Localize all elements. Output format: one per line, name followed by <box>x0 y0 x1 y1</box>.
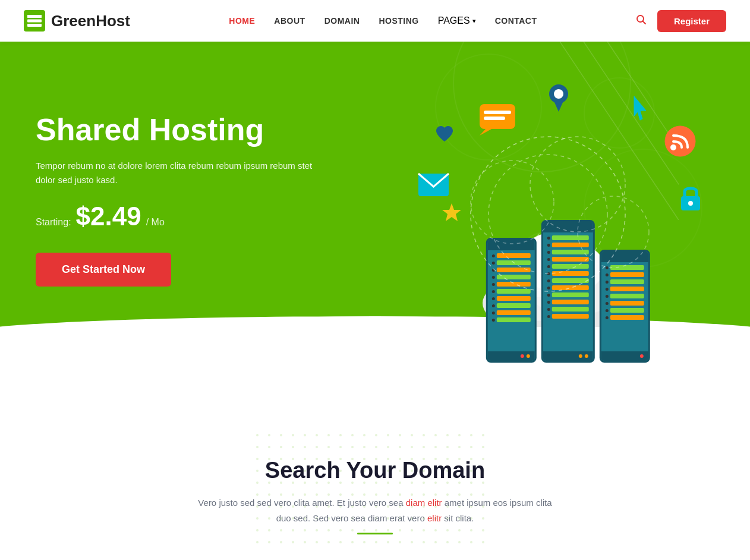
heart-icon <box>435 125 454 145</box>
nav-domain[interactable]: DOMAIN <box>324 16 360 26</box>
chat-bubble-icon <box>477 101 518 139</box>
domain-link-1[interactable]: diam elitr <box>406 498 442 508</box>
svg-rect-2 <box>27 15 42 18</box>
svg-rect-36 <box>256 434 494 553</box>
server-racks <box>486 220 650 363</box>
star-icon <box>441 202 462 225</box>
svg-rect-4 <box>27 24 42 27</box>
nav-home[interactable]: HOME <box>229 16 255 26</box>
hero-description: Tempor rebum no at dolore lorem clita re… <box>36 159 321 187</box>
domain-description: Vero justo sed sed vero clita amet. Et j… <box>197 495 553 526</box>
nav-contact[interactable]: CONTACT <box>495 16 537 26</box>
domain-underline <box>357 533 393 534</box>
server-rack-right <box>600 250 650 363</box>
hero-section: Shared Hosting Tempor rebum no at dolore… <box>0 42 750 410</box>
nav-about[interactable]: ABOUT <box>274 16 305 26</box>
svg-marker-23 <box>554 101 563 112</box>
svg-point-29 <box>688 201 693 206</box>
navbar: GreenHost HOME ABOUT DOMAIN HOSTING PAGE… <box>0 0 750 42</box>
hero-period: / Mo <box>146 217 165 228</box>
logo-link[interactable]: GreenHost <box>24 10 130 32</box>
register-button[interactable]: Register <box>657 10 726 32</box>
hero-illustration <box>405 77 714 375</box>
svg-point-32 <box>530 137 625 232</box>
cursor-icon <box>628 95 655 130</box>
logo-icon <box>24 10 45 32</box>
domain-section: Search Your Domain Vero justo sed sed ve… <box>0 410 750 560</box>
navbar-right: Register <box>636 10 726 32</box>
svg-point-25 <box>665 126 696 157</box>
hero-content: Shared Hosting Tempor rebum no at dolore… <box>36 77 368 287</box>
server-rack-center <box>541 220 595 363</box>
server-rack-left <box>486 238 537 363</box>
domain-title: Search Your Domain <box>24 458 726 483</box>
nav-hosting[interactable]: HOSTING <box>379 16 418 26</box>
svg-rect-19 <box>484 117 505 120</box>
get-started-button[interactable]: Get Started Now <box>36 253 171 287</box>
hero-title: Shared Hosting <box>36 113 368 147</box>
svg-marker-27 <box>442 203 461 221</box>
starting-label: Starting: <box>36 217 71 228</box>
lock-icon <box>679 184 702 214</box>
domain-link-2[interactable]: elitr <box>427 513 442 523</box>
location-pin-icon <box>548 83 569 115</box>
search-icon <box>636 14 647 25</box>
svg-line-6 <box>642 21 645 24</box>
hero-price-row: Starting: $2.49 / Mo <box>36 202 368 231</box>
svg-rect-18 <box>484 111 511 114</box>
nav-pages[interactable]: PAGES ▾ <box>438 15 476 26</box>
envelope-icon <box>417 172 450 200</box>
svg-point-26 <box>670 144 676 150</box>
nav-links: HOME ABOUT DOMAIN HOSTING PAGES ▾ CONTAC… <box>229 15 537 26</box>
svg-rect-3 <box>27 20 42 23</box>
brand-name: GreenHost <box>51 12 130 30</box>
chevron-down-icon: ▾ <box>472 17 476 25</box>
svg-marker-20 <box>480 129 491 136</box>
rss-icon <box>664 125 697 160</box>
svg-point-22 <box>554 89 563 99</box>
dot-grid <box>256 434 494 553</box>
search-button[interactable] <box>636 14 647 28</box>
hero-price: $2.49 <box>76 202 141 231</box>
